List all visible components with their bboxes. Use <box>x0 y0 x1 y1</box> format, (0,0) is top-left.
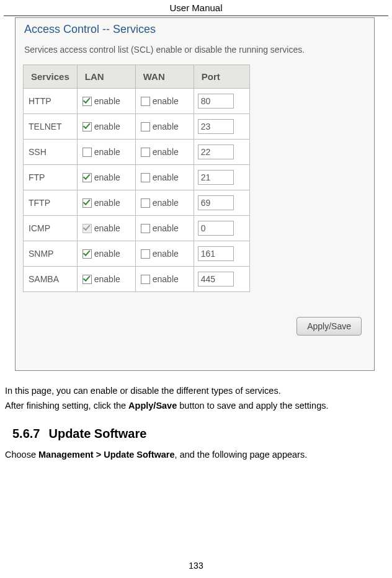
enable-label: enable <box>153 147 179 157</box>
wan-enable-checkbox[interactable] <box>141 224 150 233</box>
wan-cell: enable <box>135 89 194 114</box>
enable-label: enable <box>153 96 179 106</box>
enable-label: enable <box>94 249 120 259</box>
table-row: SSHenableenable <box>24 140 250 165</box>
lan-cell: enable <box>77 165 135 190</box>
enable-label: enable <box>94 198 120 208</box>
body-text: In this page, you can enable or disable … <box>5 385 387 413</box>
lan-enable-checkbox[interactable] <box>82 148 92 157</box>
wan-cell: enable <box>135 140 194 165</box>
wan-enable-checkbox[interactable] <box>141 275 150 284</box>
wan-cell: enable <box>135 165 194 190</box>
enable-label: enable <box>94 147 120 157</box>
wan-cell: enable <box>135 190 194 216</box>
port-cell <box>194 114 249 140</box>
lan-cell: enable <box>77 114 135 140</box>
body-para2: After finishing setting, click the Apply… <box>5 399 387 413</box>
enable-label: enable <box>153 198 179 208</box>
port-cell <box>194 165 249 190</box>
table-row: TFTPenableenable <box>24 190 250 216</box>
wan-enable-checkbox[interactable] <box>141 97 150 106</box>
lan-enable-checkbox <box>82 224 92 233</box>
lan-enable-checkbox[interactable] <box>82 198 92 208</box>
header-services: Services <box>24 65 78 89</box>
wan-cell: enable <box>135 241 194 267</box>
wan-enable-checkbox[interactable] <box>141 122 150 131</box>
table-row: HTTPenableenable <box>24 89 250 114</box>
lan-enable-checkbox[interactable] <box>82 97 92 106</box>
enable-label: enable <box>94 172 120 182</box>
lan-enable-checkbox[interactable] <box>82 122 92 131</box>
port-cell <box>194 190 249 216</box>
service-name: TFTP <box>24 190 78 216</box>
lan-cell: enable <box>77 140 135 165</box>
enable-label: enable <box>153 122 179 131</box>
apply-bar: Apply/Save <box>22 292 368 336</box>
enable-label: enable <box>94 96 120 106</box>
wan-cell: enable <box>135 267 194 292</box>
wan-enable-checkbox[interactable] <box>141 198 150 208</box>
enable-label: enable <box>94 223 120 233</box>
page-header: User Manual <box>4 0 388 16</box>
enable-label: enable <box>153 172 179 182</box>
port-input[interactable] <box>198 170 234 185</box>
wan-enable-checkbox[interactable] <box>141 249 150 259</box>
service-name: SSH <box>24 140 78 165</box>
body-para1: In this page, you can enable or disable … <box>5 385 387 398</box>
apply-save-button[interactable]: Apply/Save <box>296 317 362 336</box>
lan-cell: enable <box>77 216 135 241</box>
wan-enable-checkbox[interactable] <box>141 148 150 157</box>
enable-label: enable <box>153 249 179 259</box>
section-title: Update Software <box>48 427 146 440</box>
lan-enable-checkbox[interactable] <box>82 249 92 259</box>
table-row: FTPenableenable <box>24 165 250 190</box>
table-row: SNMPenableenable <box>24 241 250 267</box>
screen-description: Services access control list (SCL) enabl… <box>22 45 368 64</box>
lan-cell: enable <box>77 190 135 216</box>
service-name: SNMP <box>24 241 78 267</box>
port-input[interactable] <box>198 144 234 159</box>
services-table: Services LAN WAN Port HTTPenableenableTE… <box>23 64 250 292</box>
port-input[interactable] <box>198 119 234 134</box>
service-name: HTTP <box>24 89 78 114</box>
port-input[interactable] <box>198 272 234 287</box>
table-row: ICMPenableenable <box>24 216 250 241</box>
lan-cell: enable <box>77 267 135 292</box>
header-port: Port <box>194 65 249 89</box>
port-input[interactable] <box>198 221 234 236</box>
table-row: SAMBAenableenable <box>24 267 250 292</box>
service-name: SAMBA <box>24 267 78 292</box>
header-lan: LAN <box>77 65 135 89</box>
enable-label: enable <box>94 274 120 284</box>
port-input[interactable] <box>198 195 234 210</box>
port-cell <box>194 267 249 292</box>
port-cell <box>194 89 249 114</box>
service-name: TELNET <box>24 114 78 140</box>
lan-cell: enable <box>77 241 135 267</box>
section-heading: 5.6.7Update Software <box>12 427 387 441</box>
port-cell <box>194 216 249 241</box>
service-name: FTP <box>24 165 78 190</box>
port-cell <box>194 140 249 165</box>
router-screenshot: Access Control -- Services Services acce… <box>15 17 375 371</box>
port-cell <box>194 241 249 267</box>
lan-enable-checkbox[interactable] <box>82 173 92 182</box>
screen-title: Access Control -- Services <box>22 22 368 45</box>
port-input[interactable] <box>198 94 234 109</box>
page-number: 133 <box>0 561 392 571</box>
enable-label: enable <box>153 274 179 284</box>
service-name: ICMP <box>24 216 78 241</box>
table-header-row: Services LAN WAN Port <box>24 65 250 89</box>
section-body: Choose Management > Update Software, and… <box>5 448 387 462</box>
table-row: TELNETenableenable <box>24 114 250 140</box>
enable-label: enable <box>153 223 179 233</box>
wan-cell: enable <box>135 216 194 241</box>
enable-label: enable <box>94 122 120 131</box>
lan-cell: enable <box>77 89 135 114</box>
header-wan: WAN <box>135 65 194 89</box>
page-header-title: User Manual <box>169 2 222 13</box>
port-input[interactable] <box>198 246 234 261</box>
wan-enable-checkbox[interactable] <box>141 173 150 182</box>
lan-enable-checkbox[interactable] <box>82 275 92 284</box>
wan-cell: enable <box>135 114 194 140</box>
